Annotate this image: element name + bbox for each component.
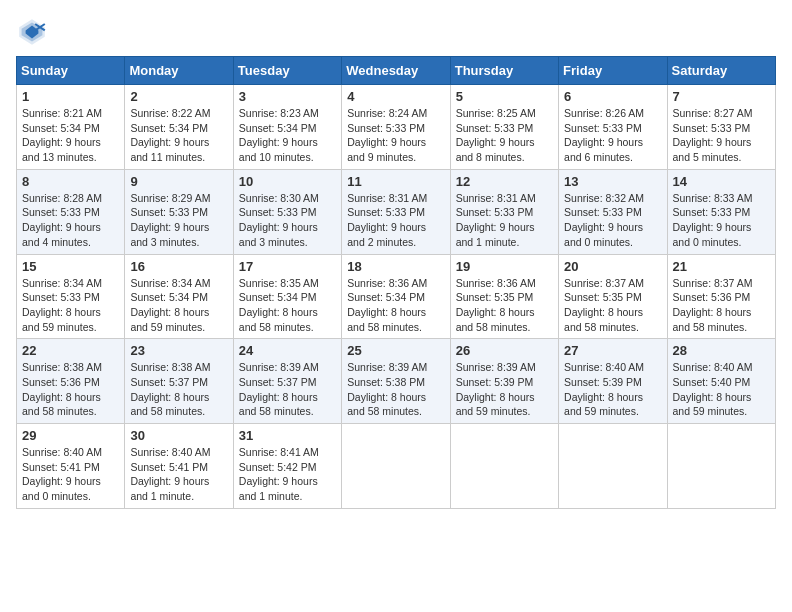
- day-number: 24: [239, 343, 336, 358]
- logo: [16, 16, 52, 48]
- calendar-cell: 4 Sunrise: 8:24 AMSunset: 5:33 PMDayligh…: [342, 85, 450, 170]
- day-info: Sunrise: 8:21 AMSunset: 5:34 PMDaylight:…: [22, 107, 102, 163]
- day-number: 18: [347, 259, 444, 274]
- day-info: Sunrise: 8:39 AMSunset: 5:37 PMDaylight:…: [239, 361, 319, 417]
- day-header-sunday: Sunday: [17, 57, 125, 85]
- day-info: Sunrise: 8:31 AMSunset: 5:33 PMDaylight:…: [347, 192, 427, 248]
- day-number: 14: [673, 174, 770, 189]
- day-info: Sunrise: 8:28 AMSunset: 5:33 PMDaylight:…: [22, 192, 102, 248]
- day-number: 3: [239, 89, 336, 104]
- calendar-cell: 8 Sunrise: 8:28 AMSunset: 5:33 PMDayligh…: [17, 169, 125, 254]
- day-info: Sunrise: 8:39 AMSunset: 5:39 PMDaylight:…: [456, 361, 536, 417]
- day-info: Sunrise: 8:36 AMSunset: 5:34 PMDaylight:…: [347, 277, 427, 333]
- day-number: 20: [564, 259, 661, 274]
- logo-icon: [16, 16, 48, 48]
- day-info: Sunrise: 8:25 AMSunset: 5:33 PMDaylight:…: [456, 107, 536, 163]
- day-number: 28: [673, 343, 770, 358]
- day-info: Sunrise: 8:26 AMSunset: 5:33 PMDaylight:…: [564, 107, 644, 163]
- calendar-cell: 26 Sunrise: 8:39 AMSunset: 5:39 PMDaylig…: [450, 339, 558, 424]
- day-info: Sunrise: 8:40 AMSunset: 5:41 PMDaylight:…: [22, 446, 102, 502]
- calendar-cell: 6 Sunrise: 8:26 AMSunset: 5:33 PMDayligh…: [559, 85, 667, 170]
- day-number: 22: [22, 343, 119, 358]
- calendar-week-5: 29 Sunrise: 8:40 AMSunset: 5:41 PMDaylig…: [17, 424, 776, 509]
- day-number: 23: [130, 343, 227, 358]
- day-header-tuesday: Tuesday: [233, 57, 341, 85]
- day-info: Sunrise: 8:36 AMSunset: 5:35 PMDaylight:…: [456, 277, 536, 333]
- day-number: 6: [564, 89, 661, 104]
- day-number: 26: [456, 343, 553, 358]
- day-info: Sunrise: 8:37 AMSunset: 5:36 PMDaylight:…: [673, 277, 753, 333]
- calendar-cell: 10 Sunrise: 8:30 AMSunset: 5:33 PMDaylig…: [233, 169, 341, 254]
- day-info: Sunrise: 8:39 AMSunset: 5:38 PMDaylight:…: [347, 361, 427, 417]
- day-number: 10: [239, 174, 336, 189]
- day-number: 27: [564, 343, 661, 358]
- calendar-cell: 14 Sunrise: 8:33 AMSunset: 5:33 PMDaylig…: [667, 169, 775, 254]
- day-number: 2: [130, 89, 227, 104]
- calendar-cell: 22 Sunrise: 8:38 AMSunset: 5:36 PMDaylig…: [17, 339, 125, 424]
- day-info: Sunrise: 8:32 AMSunset: 5:33 PMDaylight:…: [564, 192, 644, 248]
- calendar-week-1: 1 Sunrise: 8:21 AMSunset: 5:34 PMDayligh…: [17, 85, 776, 170]
- calendar-cell: 21 Sunrise: 8:37 AMSunset: 5:36 PMDaylig…: [667, 254, 775, 339]
- calendar-cell: 24 Sunrise: 8:39 AMSunset: 5:37 PMDaylig…: [233, 339, 341, 424]
- day-header-thursday: Thursday: [450, 57, 558, 85]
- day-number: 11: [347, 174, 444, 189]
- day-number: 5: [456, 89, 553, 104]
- calendar-cell: [559, 424, 667, 509]
- day-info: Sunrise: 8:24 AMSunset: 5:33 PMDaylight:…: [347, 107, 427, 163]
- day-info: Sunrise: 8:34 AMSunset: 5:34 PMDaylight:…: [130, 277, 210, 333]
- calendar-cell: 18 Sunrise: 8:36 AMSunset: 5:34 PMDaylig…: [342, 254, 450, 339]
- day-info: Sunrise: 8:37 AMSunset: 5:35 PMDaylight:…: [564, 277, 644, 333]
- calendar-cell: 17 Sunrise: 8:35 AMSunset: 5:34 PMDaylig…: [233, 254, 341, 339]
- day-info: Sunrise: 8:29 AMSunset: 5:33 PMDaylight:…: [130, 192, 210, 248]
- day-number: 31: [239, 428, 336, 443]
- day-info: Sunrise: 8:41 AMSunset: 5:42 PMDaylight:…: [239, 446, 319, 502]
- calendar-cell: 1 Sunrise: 8:21 AMSunset: 5:34 PMDayligh…: [17, 85, 125, 170]
- calendar-cell: [450, 424, 558, 509]
- calendar-cell: 28 Sunrise: 8:40 AMSunset: 5:40 PMDaylig…: [667, 339, 775, 424]
- calendar-cell: 29 Sunrise: 8:40 AMSunset: 5:41 PMDaylig…: [17, 424, 125, 509]
- day-info: Sunrise: 8:33 AMSunset: 5:33 PMDaylight:…: [673, 192, 753, 248]
- day-number: 19: [456, 259, 553, 274]
- calendar-cell: [667, 424, 775, 509]
- calendar-cell: 27 Sunrise: 8:40 AMSunset: 5:39 PMDaylig…: [559, 339, 667, 424]
- day-info: Sunrise: 8:40 AMSunset: 5:40 PMDaylight:…: [673, 361, 753, 417]
- day-number: 8: [22, 174, 119, 189]
- day-number: 16: [130, 259, 227, 274]
- day-info: Sunrise: 8:23 AMSunset: 5:34 PMDaylight:…: [239, 107, 319, 163]
- calendar-week-4: 22 Sunrise: 8:38 AMSunset: 5:36 PMDaylig…: [17, 339, 776, 424]
- calendar-cell: 15 Sunrise: 8:34 AMSunset: 5:33 PMDaylig…: [17, 254, 125, 339]
- day-number: 9: [130, 174, 227, 189]
- day-info: Sunrise: 8:38 AMSunset: 5:36 PMDaylight:…: [22, 361, 102, 417]
- day-number: 30: [130, 428, 227, 443]
- day-number: 17: [239, 259, 336, 274]
- day-header-friday: Friday: [559, 57, 667, 85]
- day-info: Sunrise: 8:22 AMSunset: 5:34 PMDaylight:…: [130, 107, 210, 163]
- day-info: Sunrise: 8:27 AMSunset: 5:33 PMDaylight:…: [673, 107, 753, 163]
- day-number: 21: [673, 259, 770, 274]
- calendar-cell: 2 Sunrise: 8:22 AMSunset: 5:34 PMDayligh…: [125, 85, 233, 170]
- day-header-monday: Monday: [125, 57, 233, 85]
- day-number: 7: [673, 89, 770, 104]
- calendar-cell: 5 Sunrise: 8:25 AMSunset: 5:33 PMDayligh…: [450, 85, 558, 170]
- day-number: 1: [22, 89, 119, 104]
- calendar-cell: 19 Sunrise: 8:36 AMSunset: 5:35 PMDaylig…: [450, 254, 558, 339]
- day-header-saturday: Saturday: [667, 57, 775, 85]
- day-info: Sunrise: 8:31 AMSunset: 5:33 PMDaylight:…: [456, 192, 536, 248]
- day-info: Sunrise: 8:35 AMSunset: 5:34 PMDaylight:…: [239, 277, 319, 333]
- calendar-cell: 3 Sunrise: 8:23 AMSunset: 5:34 PMDayligh…: [233, 85, 341, 170]
- calendar-table: SundayMondayTuesdayWednesdayThursdayFrid…: [16, 56, 776, 509]
- calendar-cell: 30 Sunrise: 8:40 AMSunset: 5:41 PMDaylig…: [125, 424, 233, 509]
- calendar-cell: 31 Sunrise: 8:41 AMSunset: 5:42 PMDaylig…: [233, 424, 341, 509]
- calendar-cell: 13 Sunrise: 8:32 AMSunset: 5:33 PMDaylig…: [559, 169, 667, 254]
- day-number: 4: [347, 89, 444, 104]
- calendar-cell: 9 Sunrise: 8:29 AMSunset: 5:33 PMDayligh…: [125, 169, 233, 254]
- calendar-cell: 12 Sunrise: 8:31 AMSunset: 5:33 PMDaylig…: [450, 169, 558, 254]
- day-number: 25: [347, 343, 444, 358]
- day-info: Sunrise: 8:30 AMSunset: 5:33 PMDaylight:…: [239, 192, 319, 248]
- day-header-wednesday: Wednesday: [342, 57, 450, 85]
- day-number: 12: [456, 174, 553, 189]
- calendar-week-3: 15 Sunrise: 8:34 AMSunset: 5:33 PMDaylig…: [17, 254, 776, 339]
- day-info: Sunrise: 8:40 AMSunset: 5:41 PMDaylight:…: [130, 446, 210, 502]
- day-info: Sunrise: 8:40 AMSunset: 5:39 PMDaylight:…: [564, 361, 644, 417]
- calendar-cell: 20 Sunrise: 8:37 AMSunset: 5:35 PMDaylig…: [559, 254, 667, 339]
